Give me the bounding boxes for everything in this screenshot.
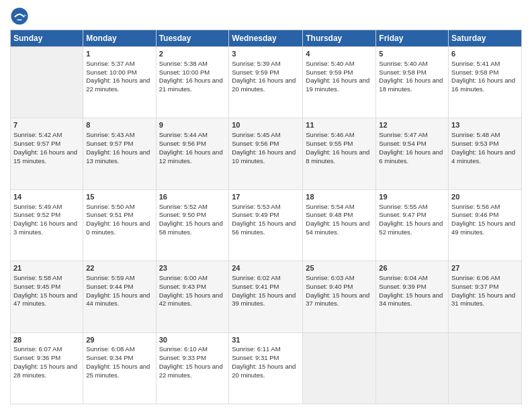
sunset-text: Sunset: 9:56 PM: [159, 140, 206, 147]
sunset-text: Sunset: 10:00 PM: [159, 68, 210, 76]
calendar-cell: 12Sunrise: 5:47 AMSunset: 9:54 PMDayligh…: [376, 118, 449, 189]
sunset-text: Sunset: 9:41 PM: [232, 283, 279, 290]
day-number: 18: [306, 192, 373, 202]
calendar-cell: 25Sunrise: 6:03 AMSunset: 9:40 PMDayligh…: [303, 261, 376, 332]
calendar-cell: [449, 332, 522, 404]
day-number: 8: [86, 120, 152, 130]
sunset-text: Sunset: 9:52 PM: [13, 211, 60, 218]
calendar-cell: 26Sunrise: 6:04 AMSunset: 9:39 PMDayligh…: [376, 261, 449, 332]
day-number: 28: [13, 335, 80, 345]
sunrise-text: Sunrise: 5:52 AM: [159, 203, 208, 210]
sunrise-text: Sunrise: 5:44 AM: [159, 131, 208, 138]
day-number: 6: [451, 49, 519, 59]
day-number: 24: [232, 263, 300, 273]
sunrise-text: Sunrise: 5:39 AM: [232, 60, 280, 67]
calendar-cell: 22Sunrise: 5:59 AMSunset: 9:44 PMDayligh…: [83, 261, 156, 332]
header: [10, 7, 522, 26]
calendar-header-sunday: Sunday: [11, 30, 83, 47]
day-number: 23: [159, 263, 226, 273]
calendar-cell: 30Sunrise: 6:10 AMSunset: 9:33 PMDayligh…: [156, 332, 229, 404]
sunset-text: Sunset: 9:59 PM: [232, 68, 279, 76]
sunset-text: Sunset: 9:59 PM: [306, 68, 353, 76]
sunrise-text: Sunrise: 5:41 AM: [451, 60, 500, 67]
calendar-table: SundayMondayTuesdayWednesdayThursdayFrid…: [10, 30, 522, 404]
sunset-text: Sunset: 9:44 PM: [86, 283, 133, 290]
day-number: 20: [451, 192, 519, 202]
sunset-text: Sunset: 9:37 PM: [451, 283, 498, 290]
daylight-text: Daylight: 15 hours and 25 minutes.: [86, 363, 150, 379]
daylight-text: Daylight: 15 hours and 37 minutes.: [306, 291, 369, 308]
day-number: 12: [379, 120, 445, 130]
calendar-cell: 4Sunrise: 5:40 AMSunset: 9:59 PMDaylight…: [303, 47, 376, 118]
calendar-header-saturday: Saturday: [449, 30, 522, 47]
sunset-text: Sunset: 10:00 PM: [86, 68, 137, 76]
calendar-cell: 6Sunrise: 5:41 AMSunset: 9:58 PMDaylight…: [449, 47, 522, 118]
sunset-text: Sunset: 9:58 PM: [451, 68, 498, 76]
calendar-week-row: 1Sunrise: 5:37 AMSunset: 10:00 PMDayligh…: [11, 47, 522, 118]
sunset-text: Sunset: 9:56 PM: [232, 140, 279, 147]
daylight-text: Daylight: 15 hours and 39 minutes.: [232, 291, 296, 308]
sunset-text: Sunset: 9:36 PM: [13, 354, 60, 361]
sunset-text: Sunset: 9:51 PM: [86, 211, 133, 218]
sunrise-text: Sunrise: 6:07 AM: [13, 345, 62, 353]
calendar-week-row: 14Sunrise: 5:49 AMSunset: 9:52 PMDayligh…: [11, 189, 522, 261]
day-number: 13: [451, 120, 519, 130]
sunrise-text: Sunrise: 5:47 AM: [379, 131, 427, 138]
day-number: 22: [86, 263, 152, 273]
daylight-text: Daylight: 16 hours and 22 minutes.: [86, 77, 150, 93]
day-number: 7: [13, 120, 80, 130]
sunrise-text: Sunrise: 6:06 AM: [451, 274, 500, 281]
day-number: 27: [451, 263, 519, 273]
sunset-text: Sunset: 9:31 PM: [232, 354, 279, 361]
sunrise-text: Sunrise: 5:54 AM: [306, 203, 354, 210]
calendar-cell: 2Sunrise: 5:38 AMSunset: 10:00 PMDayligh…: [156, 47, 229, 118]
calendar-cell: 27Sunrise: 6:06 AMSunset: 9:37 PMDayligh…: [449, 261, 522, 332]
calendar-cell: 21Sunrise: 5:58 AMSunset: 9:45 PMDayligh…: [11, 261, 83, 332]
daylight-text: Daylight: 15 hours and 28 minutes.: [13, 363, 77, 379]
calendar-cell: 28Sunrise: 6:07 AMSunset: 9:36 PMDayligh…: [11, 332, 83, 404]
daylight-text: Daylight: 15 hours and 44 minutes.: [86, 291, 150, 308]
sunrise-text: Sunrise: 5:46 AM: [306, 131, 354, 138]
sunset-text: Sunset: 9:40 PM: [306, 283, 353, 290]
calendar-cell: 23Sunrise: 6:00 AMSunset: 9:43 PMDayligh…: [156, 261, 229, 332]
calendar-cell: [376, 332, 449, 404]
sunset-text: Sunset: 9:46 PM: [451, 211, 498, 218]
calendar-cell: 10Sunrise: 5:45 AMSunset: 9:56 PMDayligh…: [229, 118, 303, 189]
calendar-header-row: SundayMondayTuesdayWednesdayThursdayFrid…: [11, 30, 522, 47]
calendar-cell: 9Sunrise: 5:44 AMSunset: 9:56 PMDaylight…: [156, 118, 229, 189]
sunrise-text: Sunrise: 6:11 AM: [232, 345, 280, 353]
day-number: 2: [159, 49, 226, 59]
logo-icon: [10, 7, 29, 26]
sunset-text: Sunset: 9:47 PM: [379, 211, 426, 218]
daylight-text: Daylight: 15 hours and 42 minutes.: [159, 291, 223, 308]
calendar-cell: 14Sunrise: 5:49 AMSunset: 9:52 PMDayligh…: [11, 189, 83, 261]
calendar-header-tuesday: Tuesday: [156, 30, 229, 47]
day-number: 5: [379, 49, 445, 59]
day-number: 14: [13, 192, 80, 202]
calendar-header-friday: Friday: [376, 30, 449, 47]
day-number: 25: [306, 263, 373, 273]
daylight-text: Daylight: 16 hours and 13 minutes.: [86, 148, 150, 165]
daylight-text: Daylight: 15 hours and 31 minutes.: [451, 291, 515, 308]
sunset-text: Sunset: 9:58 PM: [379, 68, 426, 76]
sunset-text: Sunset: 9:34 PM: [86, 354, 133, 361]
calendar-week-row: 7Sunrise: 5:42 AMSunset: 9:57 PMDaylight…: [11, 118, 522, 189]
daylight-text: Daylight: 15 hours and 58 minutes.: [159, 220, 223, 236]
day-number: 16: [159, 192, 226, 202]
daylight-text: Daylight: 15 hours and 22 minutes.: [159, 363, 223, 379]
daylight-text: Daylight: 16 hours and 3 minutes.: [13, 220, 77, 236]
calendar-week-row: 28Sunrise: 6:07 AMSunset: 9:36 PMDayligh…: [11, 332, 522, 404]
daylight-text: Daylight: 16 hours and 18 minutes.: [379, 77, 443, 93]
daylight-text: Daylight: 16 hours and 8 minutes.: [306, 148, 369, 165]
sunset-text: Sunset: 9:45 PM: [13, 283, 60, 290]
sunset-text: Sunset: 9:53 PM: [451, 140, 498, 147]
calendar-cell: 24Sunrise: 6:02 AMSunset: 9:41 PMDayligh…: [229, 261, 303, 332]
sunset-text: Sunset: 9:39 PM: [379, 283, 426, 290]
sunrise-text: Sunrise: 5:42 AM: [13, 131, 62, 138]
calendar-cell: 19Sunrise: 5:55 AMSunset: 9:47 PMDayligh…: [376, 189, 449, 261]
daylight-text: Daylight: 16 hours and 20 minutes.: [232, 77, 296, 93]
day-number: 10: [232, 120, 300, 130]
sunrise-text: Sunrise: 5:37 AM: [86, 60, 134, 67]
daylight-text: Daylight: 16 hours and 4 minutes.: [451, 148, 515, 165]
calendar-week-row: 21Sunrise: 5:58 AMSunset: 9:45 PMDayligh…: [11, 261, 522, 332]
